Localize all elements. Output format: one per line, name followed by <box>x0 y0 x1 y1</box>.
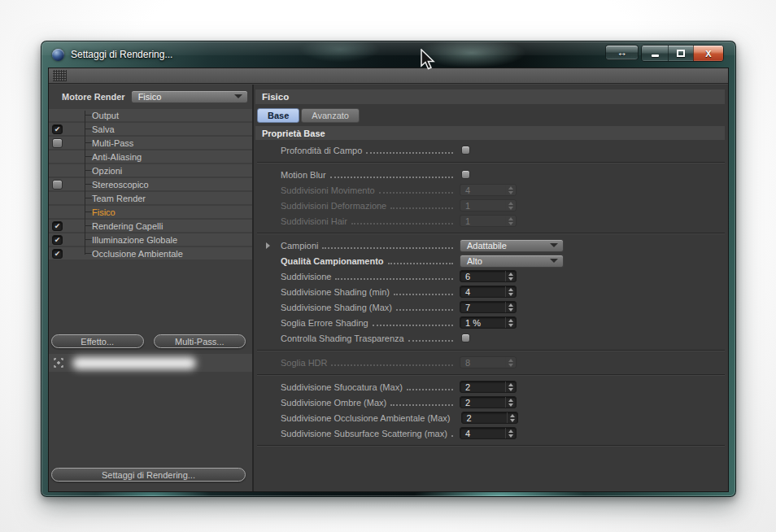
render-preset-row[interactable] <box>49 354 252 372</box>
checkbox-checked[interactable]: ✔ <box>52 124 63 134</box>
sidebar-item-salva[interactable]: ✔ Salva <box>49 123 252 135</box>
param-control: Adattabile <box>460 239 728 252</box>
sidebar-item-rendering-capelli[interactable]: ✔ Rendering Capelli <box>49 220 252 232</box>
multipass-button[interactable]: Multi-Pass... <box>154 334 246 348</box>
dotted-leader <box>388 254 453 264</box>
spinner-up-icon[interactable] <box>508 359 513 362</box>
checkbox-checked[interactable]: ✔ <box>52 249 63 259</box>
param-label: Soglia HDR <box>281 358 327 368</box>
minimize-button[interactable] <box>642 46 668 61</box>
tree-check-cell <box>49 111 68 120</box>
checkbox-unchecked[interactable] <box>52 180 63 190</box>
spinner-arrows[interactable] <box>505 357 516 368</box>
checkbox-checked[interactable]: ✔ <box>52 235 63 245</box>
tree-check-cell: ✔ <box>49 221 68 231</box>
spinner-down-icon[interactable] <box>508 388 513 391</box>
param-spinner[interactable]: 2 <box>461 412 518 424</box>
spinner-down-icon[interactable] <box>508 434 513 438</box>
spinner-arrows[interactable] <box>505 382 516 392</box>
spinner-up-icon[interactable] <box>508 399 513 402</box>
spinner-up-icon[interactable] <box>510 414 515 417</box>
tab-base[interactable]: Base <box>257 108 299 123</box>
spinner-up-icon[interactable] <box>508 430 513 433</box>
param-spinner[interactable]: 1 <box>460 199 517 211</box>
sidebar-item-opzioni[interactable]: Opzioni <box>49 164 252 177</box>
param-label: Suddivisione Ombre (Max) <box>281 398 386 408</box>
param-row-motion-blur: Motion Blur <box>254 167 728 182</box>
spinner-up-icon[interactable] <box>508 288 513 291</box>
spinner-arrows[interactable] <box>505 216 516 226</box>
param-spinner[interactable]: 2 <box>460 381 517 393</box>
close-button[interactable]: X <box>693 46 723 61</box>
spinner-down-icon[interactable] <box>508 403 513 407</box>
spinner-up-icon[interactable] <box>508 273 513 276</box>
param-spinner[interactable]: 4 <box>460 286 517 298</box>
render-settings-button[interactable]: Settaggi di Rendering... <box>51 468 246 482</box>
param-checkbox[interactable] <box>461 170 470 179</box>
tree-tick <box>85 253 92 254</box>
effect-button[interactable]: Effetto... <box>51 334 144 348</box>
spinner-arrows[interactable] <box>505 286 516 297</box>
spinner-down-icon[interactable] <box>510 419 515 422</box>
sidebar-item-illuminazione-globale[interactable]: ✔ Illuminazione Globale <box>49 233 252 246</box>
spinner-arrows[interactable] <box>505 397 516 408</box>
spinner-down-icon[interactable] <box>508 277 513 281</box>
drag-grip-icon[interactable] <box>53 70 67 81</box>
spinner-arrows[interactable] <box>507 412 517 423</box>
param-label: Suddivisione Occlusione Ambientale (Max) <box>281 413 451 423</box>
param-dropdown[interactable]: Adattabile <box>460 239 564 252</box>
tree-check-cell: ✔ <box>49 124 68 134</box>
param-spinner[interactable]: 1 <box>460 215 517 227</box>
checkbox-checked[interactable]: ✔ <box>52 221 63 231</box>
checkbox-unchecked[interactable] <box>52 138 63 148</box>
render-engine-dropdown[interactable]: Fisico <box>131 90 248 103</box>
spinner-up-icon[interactable] <box>508 383 513 386</box>
param-spinner[interactable]: 1 % <box>460 316 517 329</box>
param-spinner[interactable]: 4 <box>460 184 517 196</box>
titlebar[interactable]: Settaggi di Rendering... ↔ X <box>41 41 735 68</box>
spinner-value: 6 <box>460 271 505 281</box>
sidebar-item-stereoscopico[interactable]: Stereoscopico <box>49 178 252 190</box>
param-spinner[interactable]: 7 <box>460 301 517 313</box>
spinner-down-icon[interactable] <box>508 191 513 194</box>
spinner-up-icon[interactable] <box>508 186 513 190</box>
spinner-arrows[interactable] <box>505 428 516 438</box>
spinner-down-icon[interactable] <box>508 207 513 210</box>
param-spinner[interactable]: 4 <box>460 427 517 439</box>
dotted-leader <box>366 143 453 154</box>
tab-avanzato[interactable]: Avanzato <box>301 108 360 123</box>
expand-arrow-icon[interactable] <box>266 242 281 249</box>
param-checkbox[interactable] <box>461 334 470 342</box>
spinner-arrows[interactable] <box>505 200 516 211</box>
spinner-up-icon[interactable] <box>508 319 513 322</box>
spinner-down-icon[interactable] <box>508 308 513 312</box>
resize-horizontal-button[interactable]: ↔ <box>605 45 639 60</box>
param-spinner[interactable]: 8 <box>460 356 517 368</box>
param-control: 1 % <box>460 316 728 329</box>
sidebar-item-occlusione-ambientale[interactable]: ✔ Occlusione Ambientale <box>49 247 252 259</box>
spinner-down-icon[interactable] <box>508 222 513 225</box>
spinner-arrows[interactable] <box>505 271 516 281</box>
tabs: Base Avanzato <box>257 108 728 123</box>
spinner-up-icon[interactable] <box>508 303 513 307</box>
param-spinner[interactable]: 6 <box>460 270 517 282</box>
sidebar-item-fisico[interactable]: Fisico <box>49 206 252 218</box>
sidebar-item-multi-pass[interactable]: Multi-Pass <box>49 137 252 149</box>
spinner-arrows[interactable] <box>505 317 516 328</box>
maximize-button[interactable] <box>668 46 693 61</box>
spinner-up-icon[interactable] <box>508 217 513 220</box>
spinner-arrows[interactable] <box>505 185 516 195</box>
param-spinner[interactable]: 2 <box>460 396 517 408</box>
sidebar-item-anti-aliasing[interactable]: Anti-Aliasing <box>49 150 252 163</box>
param-dropdown[interactable]: Alto <box>460 255 564 268</box>
spinner-down-icon[interactable] <box>508 293 513 296</box>
param-checkbox[interactable] <box>461 146 470 155</box>
spinner-down-icon[interactable] <box>508 364 513 367</box>
sidebar-item-team-render[interactable]: Team Render <box>49 192 252 204</box>
spinner-arrows[interactable] <box>505 302 516 312</box>
param-label: Suddivisione <box>281 272 331 281</box>
sidebar-item-output[interactable]: Output <box>49 109 252 121</box>
param-control: 1 <box>460 215 728 227</box>
spinner-up-icon[interactable] <box>508 202 513 205</box>
spinner-down-icon[interactable] <box>508 324 513 327</box>
